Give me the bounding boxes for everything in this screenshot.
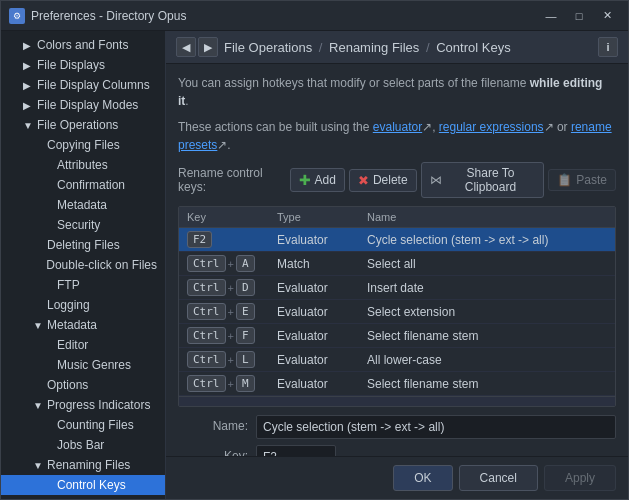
- key-box: F: [236, 327, 255, 344]
- name-cell: All lower-case: [359, 348, 615, 372]
- share-icon: ⋈: [430, 173, 442, 187]
- table-row[interactable]: Ctrl + D Evaluator Insert date: [179, 276, 615, 300]
- sidebar-item-music-genres[interactable]: Music Genres: [1, 355, 165, 375]
- table-row[interactable]: Ctrl + M Evaluator Select filename stem: [179, 372, 615, 396]
- table-row[interactable]: Ctrl + L Evaluator All lower-case: [179, 348, 615, 372]
- maximize-button[interactable]: □: [566, 6, 592, 26]
- key-badge: Ctrl + M: [187, 375, 255, 392]
- arrow-icon: ▶: [23, 100, 33, 111]
- col-name: Name: [359, 207, 615, 228]
- table-scrollbar-h[interactable]: [179, 396, 615, 406]
- sidebar-item-editor[interactable]: Editor: [1, 335, 165, 355]
- sidebar-item-double-click[interactable]: Double-click on Files: [1, 255, 165, 275]
- key-field: [256, 445, 616, 456]
- app-icon: ⚙: [9, 8, 25, 24]
- window-title: Preferences - Directory Opus: [31, 9, 538, 23]
- sidebar-item-filtering-sorting[interactable]: ▶ Filtering and Sorting: [1, 495, 165, 499]
- sidebar-item-confirmation[interactable]: Confirmation: [1, 175, 165, 195]
- key-box: Ctrl: [187, 303, 226, 320]
- key-cell: Ctrl + F: [179, 324, 269, 348]
- paste-button[interactable]: 📋 Paste: [548, 169, 616, 191]
- breadcrumb-sep2: /: [426, 40, 430, 55]
- apply-button[interactable]: Apply: [544, 465, 616, 491]
- sidebar-item-copying-files[interactable]: Copying Files: [1, 135, 165, 155]
- add-icon: ✚: [299, 172, 311, 188]
- toolbar-label: Rename control keys:: [178, 166, 282, 194]
- add-button[interactable]: ✚ Add: [290, 168, 345, 192]
- sidebar-item-control-keys[interactable]: Control Keys: [1, 475, 165, 495]
- regular-expressions-link[interactable]: regular expressions: [439, 120, 544, 134]
- name-cell: Select filename stem: [359, 324, 615, 348]
- delete-button[interactable]: ✖ Delete: [349, 169, 417, 192]
- nav-forward-button[interactable]: ▶: [198, 37, 218, 57]
- sidebar-item-renaming-files[interactable]: ▼ Renaming Files: [1, 455, 165, 475]
- name-label: Name:: [178, 415, 248, 433]
- key-box: Ctrl: [187, 255, 226, 272]
- info-button[interactable]: i: [598, 37, 618, 57]
- key-cell: Ctrl + L: [179, 348, 269, 372]
- sidebar-item-progress-indicators[interactable]: ▼ Progress Indicators: [1, 395, 165, 415]
- sidebar-item-attributes[interactable]: Attributes: [1, 155, 165, 175]
- arrow-icon: ▼: [33, 320, 43, 331]
- sidebar-item-counting-files[interactable]: Counting Files: [1, 415, 165, 435]
- type-cell: Evaluator: [269, 300, 359, 324]
- cancel-button[interactable]: Cancel: [459, 465, 538, 491]
- titlebar: ⚙ Preferences - Directory Opus — □ ✕: [1, 1, 628, 31]
- type-cell: Evaluator: [269, 372, 359, 396]
- sidebar-item-security[interactable]: Security: [1, 215, 165, 235]
- sidebar-item-file-display-columns[interactable]: ▶ File Display Columns: [1, 75, 165, 95]
- table-row[interactable]: F2 Evaluator Cycle selection (stem -> ex…: [179, 228, 615, 252]
- sidebar-item-deleting-files[interactable]: Deleting Files: [1, 235, 165, 255]
- name-field: [256, 415, 616, 439]
- name-cell: Insert date: [359, 276, 615, 300]
- sidebar-item-logging[interactable]: Logging: [1, 295, 165, 315]
- key-box: E: [236, 303, 255, 320]
- minimize-button[interactable]: —: [538, 6, 564, 26]
- key-badge: F2: [187, 231, 212, 248]
- key-box: Ctrl: [187, 375, 226, 392]
- paste-icon: 📋: [557, 173, 572, 187]
- share-clipboard-button[interactable]: ⋈ Share To Clipboard: [421, 162, 545, 198]
- sidebar-item-options[interactable]: Options: [1, 375, 165, 395]
- delete-icon: ✖: [358, 173, 369, 188]
- name-input[interactable]: [256, 415, 616, 439]
- key-box: L: [236, 351, 255, 368]
- close-button[interactable]: ✕: [594, 6, 620, 26]
- sidebar-item-metadata2[interactable]: ▼ Metadata: [1, 315, 165, 335]
- table-row[interactable]: Ctrl + E Evaluator Select extension: [179, 300, 615, 324]
- arrow-icon: ▶: [23, 80, 33, 91]
- arrow-icon: ▼: [33, 400, 43, 411]
- key-cell: F2: [179, 228, 269, 252]
- breadcrumb-sep1: /: [319, 40, 323, 55]
- description-text2: These actions can be built using the eva…: [178, 118, 616, 154]
- key-cell: Ctrl + M: [179, 372, 269, 396]
- breadcrumb-part1: File Operations: [224, 40, 312, 55]
- key-badge: Ctrl + A: [187, 255, 255, 272]
- sidebar-item-jobs-bar[interactable]: Jobs Bar: [1, 435, 165, 455]
- nav-back-button[interactable]: ◀: [176, 37, 196, 57]
- table-row[interactable]: Ctrl + F Evaluator Select filename stem: [179, 324, 615, 348]
- key-cell: Ctrl + E: [179, 300, 269, 324]
- key-row: Key:: [178, 445, 616, 456]
- bottom-bar: OK Cancel Apply: [166, 456, 628, 499]
- sidebar-item-colors-fonts[interactable]: ▶ Colors and Fonts: [1, 35, 165, 55]
- preferences-window: ⚙ Preferences - Directory Opus — □ ✕ ▶ C…: [0, 0, 629, 500]
- sidebar-item-metadata[interactable]: Metadata: [1, 195, 165, 215]
- form-section: Name: Key: Type:: [178, 415, 616, 456]
- key-box: A: [236, 255, 255, 272]
- arrow-icon: ▶: [23, 60, 33, 71]
- key-cell: Ctrl + D: [179, 276, 269, 300]
- window-controls: — □ ✕: [538, 6, 620, 26]
- type-cell: Evaluator: [269, 324, 359, 348]
- evaluator-link[interactable]: evaluator: [373, 120, 422, 134]
- table-row[interactable]: Ctrl + A Match Select all: [179, 252, 615, 276]
- key-input[interactable]: [256, 445, 336, 456]
- sidebar-item-file-displays[interactable]: ▶ File Displays: [1, 55, 165, 75]
- key-box: Ctrl: [187, 279, 226, 296]
- type-cell: Evaluator: [269, 228, 359, 252]
- name-cell: Select all: [359, 252, 615, 276]
- sidebar-item-file-operations[interactable]: ▼ File Operations: [1, 115, 165, 135]
- sidebar-item-file-display-modes[interactable]: ▶ File Display Modes: [1, 95, 165, 115]
- sidebar-item-ftp[interactable]: FTP: [1, 275, 165, 295]
- ok-button[interactable]: OK: [393, 465, 452, 491]
